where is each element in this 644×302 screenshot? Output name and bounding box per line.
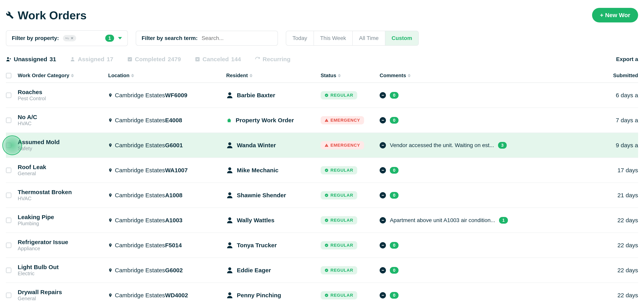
status-tab-canceled[interactable]: Canceled 144 (195, 56, 241, 63)
resident-name: Shawnie Shender (237, 192, 286, 199)
location-cell: Cambridge EstatesWA1007 (108, 167, 226, 174)
unit-number: A1008 (165, 192, 182, 198)
svg-point-15 (228, 267, 231, 270)
export-link[interactable]: Export a (616, 56, 638, 62)
table-row[interactable]: Thermostat Broken HVAC Cambridge Estates… (6, 183, 638, 208)
row-checkbox[interactable] (6, 267, 12, 273)
recurring-icon (255, 57, 260, 62)
table-row[interactable]: Roaches Pest Control Cambridge EstatesWF… (6, 83, 638, 108)
comment-bubble-icon[interactable]: ••• (380, 267, 386, 273)
time-range-segmented: Today This Week All Time Custom (286, 31, 419, 46)
status-tab-completed[interactable]: Completed 2479 (127, 56, 181, 63)
comment-bubble-icon[interactable]: ••• (380, 117, 386, 123)
person-icon (226, 92, 233, 99)
comment-bubble-icon[interactable]: ••• (380, 242, 386, 248)
col-resident[interactable]: Resident (226, 73, 320, 79)
resident-cell: Wanda Winter (226, 142, 320, 149)
caret-down-icon[interactable] (118, 37, 122, 39)
map-pin-icon (108, 193, 112, 198)
table-row[interactable]: No A/C HVAC Cambridge EstatesE4008 Prope… (6, 108, 638, 133)
svg-point-1 (72, 57, 74, 59)
tab-all-time[interactable]: All Time (353, 31, 385, 45)
status-label: REGULAR (330, 293, 353, 298)
col-location[interactable]: Location (108, 73, 226, 79)
row-checkbox[interactable] (6, 242, 12, 248)
check-circle-icon (324, 243, 328, 247)
status-tab-unassigned[interactable]: Unassigned 31 (6, 56, 56, 63)
comment-bubble-icon[interactable]: ••• (380, 192, 386, 198)
map-pin-icon (108, 267, 112, 273)
comment-bubble-icon[interactable]: ••• (380, 142, 386, 148)
status-badge: REGULAR (320, 291, 357, 299)
svg-point-13 (228, 242, 231, 245)
person-icon (226, 292, 233, 299)
location-cell: Cambridge EstatesWD4002 (108, 292, 226, 299)
tab-this-week[interactable]: This Week (314, 31, 353, 45)
status-badge: REGULAR (320, 266, 357, 274)
status-badge: REGULAR (320, 241, 357, 249)
comments-cell: ••• 0 (380, 92, 541, 99)
tab-custom[interactable]: Custom (385, 31, 418, 45)
resident-cell: Penny Pinching (226, 292, 320, 299)
comment-bubble-icon[interactable]: ••• (380, 167, 386, 173)
resident-name: Mike Mechanic (237, 167, 278, 174)
comment-bubble-icon[interactable]: ••• (380, 92, 386, 98)
new-work-order-button[interactable]: + New Wor (592, 8, 638, 23)
table-row[interactable]: Leaking Pipe Plumbing Cambridge EstatesA… (6, 208, 638, 233)
row-checkbox[interactable] (6, 193, 12, 198)
comments-cell: ••• 0 (380, 267, 541, 274)
unit-number: G6002 (165, 267, 183, 273)
work-order-name: Thermostat Broken (18, 189, 108, 195)
work-order-name: Roaches (18, 89, 108, 96)
filter-by-search[interactable]: Filter by search term: (136, 31, 278, 46)
row-checkbox[interactable] (6, 143, 12, 148)
chip-remove-icon[interactable]: ✕ (70, 36, 74, 41)
select-all-checkbox[interactable] (6, 73, 12, 78)
search-input[interactable] (202, 35, 272, 41)
resident-name: Barbie Baxter (237, 92, 275, 99)
work-order-name: Drywall Repairs (18, 289, 108, 295)
tab-today[interactable]: Today (286, 31, 314, 45)
row-checkbox[interactable] (6, 118, 12, 123)
submitted-cell: 6 days a (541, 92, 638, 99)
col-category[interactable]: Work Order Category (18, 73, 108, 79)
submitted-cell: 22 days (541, 267, 638, 274)
comment-count-badge: 1 (499, 217, 508, 224)
col-comments[interactable]: Comments (380, 73, 541, 79)
table-row[interactable]: Refrigerator Issue Appliance Cambridge E… (6, 233, 638, 258)
row-checkbox[interactable] (6, 93, 12, 98)
person-icon (226, 242, 233, 249)
status-badge: EMERGENCY (320, 116, 364, 124)
svg-point-5 (325, 94, 328, 97)
unit-number: WA1007 (165, 167, 188, 173)
status-tab-assigned[interactable]: Assigned 17 (70, 56, 113, 63)
table-row[interactable]: Roof Leak General Cambridge EstatesWA100… (6, 158, 638, 183)
col-status[interactable]: Status (320, 73, 380, 79)
unit-number: WF6009 (165, 92, 187, 98)
table-row[interactable]: Light Bulb Out Electric Cambridge Estate… (6, 258, 638, 283)
row-checkbox[interactable] (6, 292, 12, 298)
table-header: Work Order Category Location Resident St… (6, 69, 638, 83)
comment-bubble-icon[interactable]: ••• (380, 292, 386, 298)
status-label: REGULAR (330, 168, 353, 173)
comment-bubble-icon[interactable]: ••• (380, 217, 386, 223)
property-chip[interactable]: ✕ (63, 35, 76, 41)
col-submitted[interactable]: Submitted (541, 73, 638, 79)
map-pin-icon (108, 217, 112, 223)
resident-cell: Barbie Baxter (226, 92, 320, 99)
resident-cell: Tonya Trucker (226, 242, 320, 249)
svg-point-4 (228, 92, 231, 95)
filter-by-property[interactable]: Filter by property: ✕ 1 (6, 30, 128, 46)
row-checkbox[interactable] (6, 168, 12, 173)
svg-point-18 (325, 293, 328, 297)
resident-cell: Wally Wattles (226, 217, 320, 224)
status-tab-recurring[interactable]: Recurring (255, 56, 290, 63)
table-row[interactable]: Drywall Repairs General Cambridge Estate… (6, 283, 638, 302)
svg-point-7 (228, 167, 231, 170)
work-order-category: Electric (18, 270, 108, 276)
check-box-icon (127, 57, 132, 62)
status-badge: REGULAR (320, 166, 357, 174)
table-row[interactable]: Assumed Mold Safety Cambridge EstatesG60… (6, 133, 638, 158)
row-checkbox[interactable] (6, 217, 12, 223)
property-name: Cambridge Estates (115, 242, 165, 248)
